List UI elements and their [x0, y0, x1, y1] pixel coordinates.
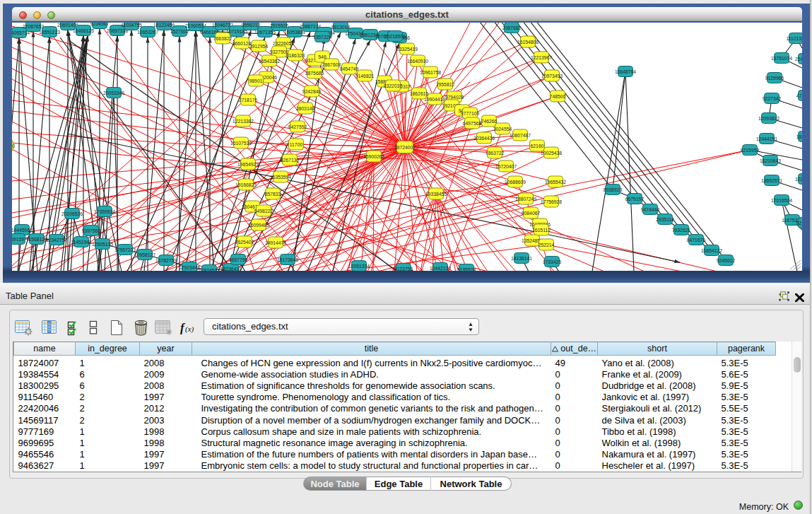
svg-text:20364436: 20364436 [473, 136, 495, 141]
svg-text:12342757: 12342757 [46, 238, 67, 243]
svg-text:1733426: 1733426 [543, 259, 562, 264]
svg-text:16353594: 16353594 [270, 175, 291, 180]
svg-text:9777109: 9777109 [461, 111, 480, 116]
svg-text:18807249: 18807249 [515, 197, 536, 201]
svg-text:8938923: 8938923 [604, 187, 623, 192]
svg-text:2867608: 2867608 [322, 62, 341, 67]
svg-text:546: 546 [318, 54, 326, 59]
svg-text:10025438: 10025438 [541, 151, 562, 156]
svg-text:10442133: 10442133 [430, 266, 451, 271]
svg-text:9474444: 9474444 [641, 207, 660, 212]
svg-text:8427552: 8427552 [288, 124, 307, 129]
svg-text:19218506: 19218506 [384, 34, 406, 39]
svg-text:(x): (x) [185, 325, 194, 334]
svg-text:15173648: 15173648 [277, 257, 298, 262]
svg-text:16107533: 16107533 [230, 141, 252, 146]
svg-text:8454749: 8454749 [340, 66, 359, 71]
svg-text:9657791: 9657791 [229, 257, 248, 262]
svg-text:16648784: 16648784 [615, 69, 636, 74]
svg-text:22087653: 22087653 [23, 24, 44, 29]
svg-text:3024554: 3024554 [493, 127, 512, 132]
svg-text:9245612: 9245612 [717, 258, 736, 263]
svg-text:7625402: 7625402 [235, 240, 254, 245]
svg-text:5498222: 5498222 [254, 209, 273, 214]
svg-text:12444151: 12444151 [756, 136, 777, 141]
svg-text:10654122: 10654122 [701, 248, 722, 253]
svg-text:62160: 62160 [531, 144, 544, 148]
svg-text:9146821: 9146821 [355, 74, 375, 78]
svg-text:8267130: 8267130 [281, 158, 300, 163]
svg-text:3660124: 3660124 [233, 41, 252, 46]
svg-text:6497568: 6497568 [463, 121, 482, 126]
svg-text:19904418: 19904418 [424, 97, 445, 102]
svg-text:23226055: 23226055 [273, 41, 294, 46]
svg-text:1839221: 1839221 [796, 134, 802, 139]
svg-text:12213967: 12213967 [531, 55, 552, 60]
svg-text:17957223: 17957223 [114, 247, 136, 252]
svg-text:4735650: 4735650 [796, 93, 802, 98]
svg-text:9084067: 9084067 [522, 211, 541, 216]
svg-text:10228452: 10228452 [795, 177, 802, 182]
svg-text:20053346: 20053346 [103, 90, 124, 95]
svg-text:18724007: 18724007 [394, 145, 416, 150]
svg-text:12093822: 12093822 [758, 116, 779, 121]
svg-text:11121324: 11121324 [786, 36, 802, 41]
svg-text:11700: 11700 [290, 142, 303, 147]
svg-text:9794028: 9794028 [445, 95, 464, 100]
svg-text:2087682: 2087682 [502, 25, 522, 30]
svg-text:9556213: 9556213 [242, 23, 261, 28]
svg-text:12505135: 12505135 [92, 242, 113, 247]
svg-text:12051334: 12051334 [348, 264, 370, 269]
svg-text:39159: 39159 [12, 237, 25, 242]
svg-text:16210643: 16210643 [760, 158, 781, 163]
svg-text:1527602: 1527602 [170, 29, 189, 34]
svg-text:7863722: 7863722 [486, 151, 505, 156]
svg-text:1862615: 1862615 [410, 91, 429, 96]
svg-text:8322037: 8322037 [384, 83, 403, 88]
svg-text:16053809: 16053809 [284, 30, 305, 35]
svg-text:10973493: 10973493 [541, 74, 563, 78]
svg-text:19655432: 19655432 [545, 180, 566, 185]
svg-text:17016504: 17016504 [771, 198, 792, 203]
svg-text:7357224: 7357224 [313, 35, 332, 40]
svg-text:1615112: 1615112 [532, 228, 551, 233]
svg-text:8123755: 8123755 [394, 267, 413, 271]
svg-text:2803144: 2803144 [296, 106, 315, 111]
svg-text:12923448: 12923448 [179, 265, 200, 270]
svg-text:7515526: 7515526 [270, 23, 289, 28]
svg-text:3912954: 3912954 [249, 44, 269, 49]
svg-text:9129966: 9129966 [765, 76, 784, 81]
svg-text:3875685: 3875685 [305, 71, 324, 76]
svg-text:7955812: 7955812 [436, 82, 455, 87]
svg-text:746266: 746266 [481, 119, 498, 124]
svg-text:9242848: 9242848 [302, 89, 322, 94]
svg-text:11568129: 11568129 [26, 237, 47, 242]
svg-text:11451941: 11451941 [71, 240, 92, 245]
svg-text:7663822: 7663822 [213, 36, 233, 41]
svg-text:20206526: 20206526 [61, 211, 83, 216]
svg-text:10958127: 10958127 [134, 252, 155, 257]
svg-text:22455603: 22455603 [795, 57, 802, 62]
svg-text:15720407: 15720407 [495, 164, 517, 169]
svg-text:2935114: 2935114 [656, 217, 674, 222]
svg-text:19338455: 19338455 [425, 192, 447, 197]
svg-text:6679197: 6679197 [625, 197, 645, 201]
svg-text:15751074: 15751074 [771, 56, 792, 61]
svg-text:18236410: 18236410 [220, 267, 242, 271]
svg-text:10807487: 10807487 [510, 133, 531, 138]
svg-text:13692971: 13692971 [761, 178, 782, 183]
svg-text:8471676: 8471676 [687, 238, 706, 243]
svg-text:11034755: 11034755 [121, 23, 142, 28]
svg-text:20691406: 20691406 [57, 23, 78, 28]
svg-text:12213382: 12213382 [233, 119, 254, 124]
svg-text:10653267: 10653267 [137, 30, 158, 35]
svg-text:9397568: 9397568 [82, 228, 101, 233]
svg-text:10961758: 10961758 [420, 70, 441, 75]
svg-text:19551223: 19551223 [39, 30, 60, 35]
svg-text:16154808: 16154808 [517, 40, 539, 45]
svg-text:19166825: 19166825 [235, 182, 257, 187]
svg-text:16099489: 16099489 [248, 223, 269, 228]
svg-text:16543362: 16543362 [259, 59, 280, 64]
svg-text:8813014: 8813014 [331, 25, 351, 30]
svg-text:16466125: 16466125 [73, 28, 94, 33]
